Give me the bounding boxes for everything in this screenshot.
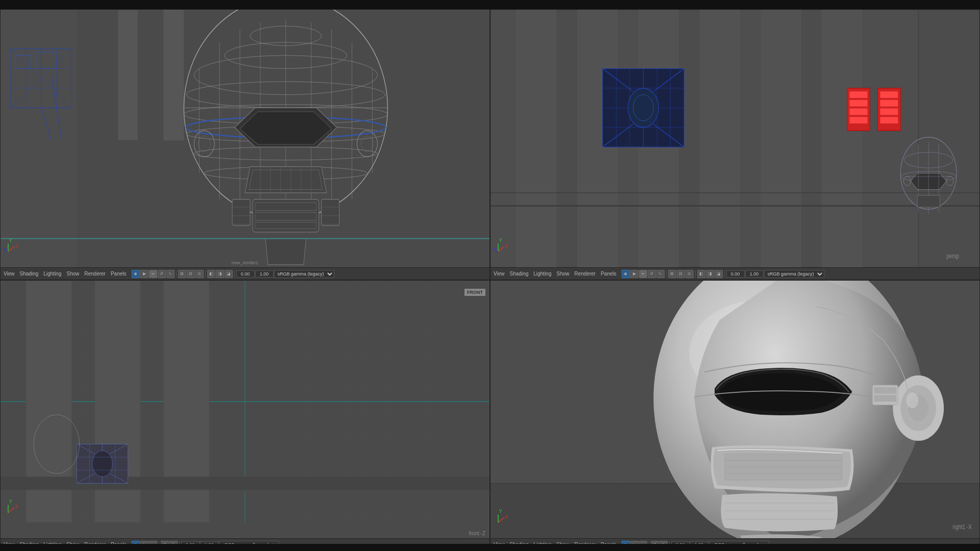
viewport-bl-canvas: X Y [1, 281, 489, 538]
viewport-tr-canvas: X Y Z persp [491, 10, 979, 267]
black-bar-top [0, 0, 980, 9]
input-value1-tl[interactable] [236, 270, 255, 278]
menu-lighting-tr[interactable]: Lighting [532, 270, 552, 277]
icon-sel[interactable]: ▶ [140, 270, 149, 278]
icon-sel-tr[interactable]: ▶ [630, 270, 639, 278]
svg-rect-122 [880, 117, 898, 123]
viewport-tl-toolbar: View Shading Lighting Show Renderer Pane… [1, 267, 489, 280]
icon-display1-tr[interactable]: ◧ [697, 270, 705, 278]
svg-rect-85 [857, 10, 919, 267]
menu-show-tl[interactable]: Show [65, 270, 80, 277]
svg-rect-147 [1, 477, 489, 490]
svg-rect-55 [253, 199, 319, 232]
icon-scale-tr[interactable]: ⤡ [656, 270, 665, 278]
svg-rect-130 [917, 195, 940, 207]
menu-show-tr[interactable]: Show [555, 270, 570, 277]
black-bar-bottom [0, 544, 980, 551]
menu-shading-tr[interactable]: Shading [509, 270, 530, 277]
icon-rot[interactable]: ↺ [158, 270, 166, 278]
viewport-top-right[interactable]: X Y Z persp View Shading Lighting Show R… [490, 9, 980, 280]
icon-grid1[interactable]: ⊞ [178, 270, 186, 278]
icon-rot-tr[interactable]: ↺ [648, 270, 656, 278]
main-layout: X Y Z new_render1 View Shading Lighting … [0, 9, 980, 551]
menu-renderer-tl[interactable]: Renderer [83, 270, 107, 277]
toolbar-icons-tr: ◉ ▶ ↔ ↺ ⤡ ⊞ ⊟ ⊙ ◧ ◨ ◪ sRGB gamma (legacy… [622, 270, 824, 278]
svg-text:X: X [15, 504, 18, 510]
viewport-bl-label: front -Z [469, 531, 485, 536]
icon-move-tr[interactable]: ↔ [639, 270, 647, 278]
viewport-tl-render-name: new_render1 [232, 260, 259, 265]
select-colorspace-tl[interactable]: sRGB gamma (legacy) [274, 270, 334, 278]
menu-view-tl[interactable]: View [3, 270, 16, 277]
menu-panels-tr[interactable]: Panels [600, 270, 618, 277]
svg-rect-116 [850, 109, 868, 115]
svg-rect-92 [822, 10, 863, 267]
svg-rect-114 [850, 91, 868, 98]
viewport-tr-toolbar: View Shading Lighting Show Renderer Pane… [491, 267, 979, 280]
svg-point-107 [628, 88, 658, 128]
icon-snap[interactable]: ⊙ [195, 270, 204, 278]
icon-display2[interactable]: ◨ [216, 270, 224, 278]
icon-grid2[interactable]: ⊟ [187, 270, 195, 278]
svg-rect-184 [874, 387, 896, 394]
icon-grid1-tr[interactable]: ⊞ [668, 270, 676, 278]
svg-rect-120 [880, 100, 898, 107]
svg-text:right1 -X: right1 -X [952, 523, 972, 530]
svg-text:Y: Y [9, 238, 12, 243]
svg-text:X: X [15, 243, 18, 249]
svg-rect-86 [918, 10, 979, 267]
menu-panels-tl[interactable]: Panels [110, 270, 128, 277]
svg-rect-91 [761, 10, 801, 267]
input-value2-tl[interactable] [255, 270, 274, 278]
icon-scale[interactable]: ⤡ [166, 270, 175, 278]
icon-display3-tr[interactable]: ◪ [715, 270, 723, 278]
icon-move[interactable]: ↔ [149, 270, 157, 278]
svg-rect-121 [880, 109, 898, 115]
viewport-br-canvas: X Y right1 -X [491, 281, 979, 538]
svg-rect-87 [516, 10, 557, 267]
viewport-tr-menu: View Shading Lighting Show Renderer Pane… [493, 270, 618, 277]
svg-rect-63 [322, 199, 339, 226]
svg-rect-115 [850, 100, 868, 107]
svg-text:Y: Y [9, 499, 12, 505]
svg-rect-27 [118, 10, 138, 140]
svg-text:persp: persp [946, 253, 959, 259]
svg-text:X: X [505, 243, 508, 249]
front-badge: FRONT [464, 289, 485, 296]
svg-text:Y: Y [499, 238, 502, 243]
svg-point-182 [906, 392, 918, 408]
input-value1-tr[interactable] [726, 270, 745, 278]
viewport-bottom-left[interactable]: X Y FRONT front -Z View Shading Lighting… [0, 280, 490, 551]
svg-rect-59 [232, 199, 250, 226]
svg-text:Y: Y [499, 509, 502, 514]
icon-cam[interactable]: ◉ [132, 270, 140, 278]
input-value2-tr[interactable] [745, 270, 764, 278]
viewport-bottom-right[interactable]: X Y right1 -X View Shading Lighting Show… [490, 280, 980, 551]
viewport-tl-canvas: X Y Z [1, 10, 489, 267]
icon-display1[interactable]: ◧ [207, 270, 215, 278]
icon-grid2-tr[interactable]: ⊟ [677, 270, 685, 278]
icon-snap-tr[interactable]: ⊙ [685, 270, 694, 278]
icon-display3[interactable]: ◪ [225, 270, 233, 278]
menu-renderer-tr[interactable]: Renderer [573, 270, 597, 277]
menu-lighting-tl[interactable]: Lighting [42, 270, 62, 277]
menu-shading-tl[interactable]: Shading [19, 270, 40, 277]
icon-cam-tr[interactable]: ◉ [622, 270, 630, 278]
svg-text:X: X [505, 514, 508, 520]
svg-rect-185 [874, 395, 896, 402]
menu-view-tr[interactable]: View [493, 270, 506, 277]
svg-rect-117 [850, 117, 868, 123]
svg-rect-119 [880, 91, 898, 98]
svg-point-150 [92, 450, 113, 477]
svg-rect-90 [699, 10, 740, 267]
viewport-tl-menu: View Shading Lighting Show Renderer Pane… [3, 270, 128, 277]
svg-rect-28 [163, 10, 184, 140]
select-colorspace-tr[interactable]: sRGB gamma (legacy) [764, 270, 824, 278]
toolbar-icons-tl: ◉ ▶ ↔ ↺ ⤡ ⊞ ⊟ ⊙ ◧ ◨ ◪ sRGB gamma (legacy… [132, 270, 334, 278]
viewport-top-left[interactable]: X Y Z new_render1 View Shading Lighting … [0, 9, 490, 280]
icon-display2-tr[interactable]: ◨ [706, 270, 714, 278]
